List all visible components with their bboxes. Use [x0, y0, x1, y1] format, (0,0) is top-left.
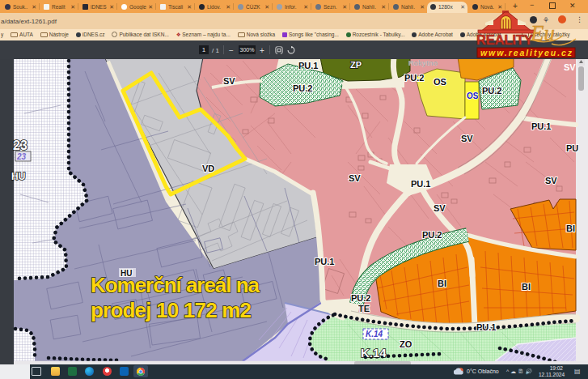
svg-text:PU: PU [566, 143, 578, 153]
svg-text:PU.1: PU.1 [298, 61, 318, 70]
svg-text:prodej 10 172 m2: prodej 10 172 m2 [91, 298, 252, 322]
svg-text:HU: HU [11, 171, 25, 182]
svg-text:SV: SV [434, 203, 446, 213]
svg-text:BI: BI [438, 279, 446, 288]
svg-text:SV: SV [223, 76, 235, 86]
svg-text:ZO: ZO [400, 339, 412, 349]
svg-text:PU.2: PU.2 [404, 73, 424, 83]
svg-text:K.14: K.14 [361, 346, 387, 360]
svg-text:PU.1: PU.1 [476, 322, 496, 332]
svg-text:PU.1: PU.1 [315, 257, 334, 266]
svg-text:TE: TE [358, 304, 370, 313]
svg-text:23: 23 [13, 138, 27, 152]
svg-text:PU.2: PU.2 [422, 230, 442, 240]
svg-text:PU.2: PU.2 [293, 83, 312, 93]
svg-text:ZP: ZP [350, 60, 362, 70]
svg-text:23: 23 [16, 152, 27, 161]
svg-text:SV: SV [461, 134, 473, 143]
svg-text:OS: OS [467, 92, 479, 100]
svg-text:PU.1: PU.1 [531, 121, 551, 131]
svg-text:BI: BI [566, 224, 575, 233]
svg-text:REALITY: REALITY [476, 32, 533, 47]
svg-text:K.14: K.14 [366, 330, 383, 339]
svg-text:Komerční areál na: Komerční areál na [91, 273, 260, 297]
svg-text:SV: SV [564, 62, 576, 72]
svg-text:PU.2: PU.2 [482, 86, 501, 96]
svg-text:www.realityeu.cz: www.realityeu.cz [480, 48, 573, 57]
svg-text:BI: BI [522, 282, 531, 292]
svg-text:OS: OS [434, 77, 446, 87]
svg-text:VD: VD [202, 164, 214, 173]
svg-text:PU.1: PU.1 [411, 179, 430, 189]
svg-text:PU.2: PU.2 [351, 293, 370, 303]
svg-text:SV: SV [545, 176, 557, 185]
svg-text:Rokytno: Rokytno [408, 59, 438, 67]
svg-text:SV: SV [349, 173, 361, 183]
